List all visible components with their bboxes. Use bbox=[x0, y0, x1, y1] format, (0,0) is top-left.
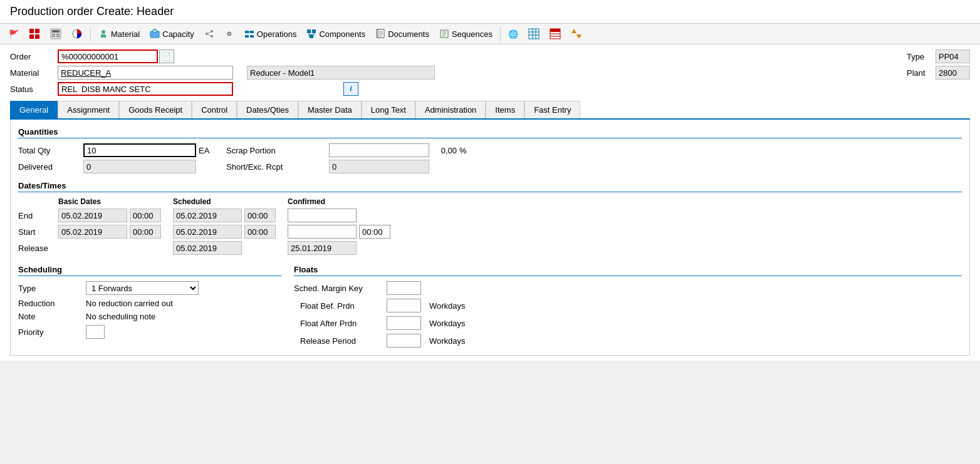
operations-btn[interactable]: Operations bbox=[241, 27, 301, 41]
plant-input[interactable] bbox=[936, 66, 970, 80]
svg-rect-21 bbox=[245, 31, 249, 33]
start-conf-time[interactable] bbox=[359, 225, 390, 239]
content-area: Quantities Total Qty EA Scrap Portion 0,… bbox=[10, 120, 970, 356]
net2-btn[interactable] bbox=[221, 27, 238, 41]
svg-rect-14 bbox=[153, 29, 157, 33]
tab-fast-entry[interactable]: Fast Entry bbox=[524, 101, 580, 118]
start-sched-date[interactable] bbox=[173, 225, 242, 239]
quantities-section-header: Quantities bbox=[18, 127, 962, 138]
scrap-pct-value: 0,00 bbox=[432, 146, 457, 155]
tab-goods-receipt[interactable]: Goods Receipt bbox=[119, 101, 192, 118]
documents-btn-label: Documents bbox=[388, 29, 429, 39]
priority-label: Priority bbox=[18, 327, 81, 337]
capacity-btn-label: Capacity bbox=[162, 29, 194, 39]
svg-point-11 bbox=[102, 30, 105, 34]
end-basic-date[interactable] bbox=[58, 209, 127, 222]
release-conf-date[interactable] bbox=[288, 241, 357, 255]
toolbar: 🚩 Material Capacity Operations Component… bbox=[0, 24, 980, 44]
svg-rect-12 bbox=[101, 34, 106, 38]
table-btn[interactable] bbox=[524, 26, 543, 41]
list-btn[interactable] bbox=[546, 26, 565, 41]
info-btn[interactable]: i bbox=[343, 82, 358, 96]
capacity-btn[interactable]: Capacity bbox=[146, 27, 198, 41]
sort-btn[interactable] bbox=[567, 26, 586, 41]
pie-btn[interactable] bbox=[68, 26, 86, 41]
material-label: Material bbox=[10, 68, 54, 78]
components-btn-label: Components bbox=[319, 29, 365, 39]
release-label: Release bbox=[18, 244, 56, 253]
svg-point-20 bbox=[227, 32, 231, 36]
unit-label: EA bbox=[199, 146, 224, 155]
tab-master-data[interactable]: Master Data bbox=[298, 101, 362, 118]
short-exc-label: Short/Exc. Rcpt bbox=[226, 162, 326, 172]
order-label: Order bbox=[10, 52, 54, 61]
scrap-portion-input[interactable] bbox=[329, 143, 429, 157]
svg-line-18 bbox=[208, 32, 211, 33]
total-qty-label: Total Qty bbox=[18, 146, 81, 155]
pct-sign: % bbox=[459, 146, 472, 155]
reduction-value: No reduction carried out bbox=[86, 299, 281, 308]
svg-rect-24 bbox=[250, 35, 254, 38]
release-period-input[interactable] bbox=[387, 334, 421, 348]
tabs-container: General Assignment Goods Receipt Control… bbox=[10, 101, 970, 120]
start-basic-date[interactable] bbox=[58, 225, 127, 239]
type-input[interactable] bbox=[936, 49, 970, 63]
end-label: End bbox=[18, 211, 56, 220]
delivered-input[interactable] bbox=[83, 160, 196, 173]
sequences-btn-label: Sequences bbox=[452, 29, 493, 39]
tab-dates-qties[interactable]: Dates/Qties bbox=[237, 101, 298, 118]
start-sched-time[interactable] bbox=[244, 225, 276, 239]
calc-btn[interactable] bbox=[46, 26, 65, 41]
svg-point-15 bbox=[206, 33, 208, 35]
tab-control[interactable]: Control bbox=[192, 101, 237, 118]
tab-general[interactable]: General bbox=[10, 101, 58, 118]
release-sched-date[interactable] bbox=[173, 241, 242, 255]
priority-input[interactable] bbox=[86, 325, 105, 339]
start-basic-time[interactable] bbox=[130, 225, 161, 239]
quantities-grid: Total Qty EA Scrap Portion 0,00 % Delive… bbox=[18, 143, 962, 173]
sched-type-select[interactable]: 1 Forwards bbox=[86, 281, 199, 295]
order-input[interactable] bbox=[58, 49, 158, 63]
tab-assignment[interactable]: Assignment bbox=[58, 101, 119, 118]
release-period-label: Release Period bbox=[294, 336, 382, 346]
sched-margin-label: Sched. Margin Key bbox=[294, 284, 382, 293]
tab-long-text[interactable]: Long Text bbox=[362, 101, 415, 118]
end-conf-date[interactable] bbox=[288, 209, 357, 222]
svg-rect-0 bbox=[29, 29, 34, 33]
tab-items[interactable]: Items bbox=[486, 101, 524, 118]
end-basic-time[interactable] bbox=[130, 209, 161, 222]
sequences-btn[interactable]: Sequences bbox=[435, 27, 496, 41]
floats-section: Floats Sched. Margin Key Float Bef. Prdn… bbox=[294, 262, 962, 348]
status-input[interactable] bbox=[58, 82, 233, 96]
dates-grid: Basic Dates Scheduled Confirmed End Star… bbox=[18, 197, 962, 255]
start-label: Start bbox=[18, 227, 56, 237]
float-bef-input[interactable] bbox=[387, 299, 421, 312]
components-btn[interactable]: Components bbox=[303, 27, 369, 41]
plant-label: Plant bbox=[907, 68, 932, 78]
svg-point-16 bbox=[211, 30, 213, 33]
sched-margin-input[interactable] bbox=[387, 281, 421, 295]
grid-btn[interactable] bbox=[25, 26, 44, 41]
material-btn[interactable]: Material bbox=[95, 27, 143, 41]
svg-rect-5 bbox=[52, 30, 60, 33]
reduction-label: Reduction bbox=[18, 299, 81, 308]
material-input[interactable] bbox=[58, 66, 233, 80]
svg-rect-27 bbox=[312, 29, 316, 33]
floats-header: Floats bbox=[294, 265, 962, 276]
file-browse-btn[interactable]: 📄 bbox=[159, 49, 174, 63]
total-qty-input[interactable] bbox=[83, 143, 196, 157]
net1-btn[interactable] bbox=[201, 27, 218, 41]
end-sched-time[interactable] bbox=[244, 209, 276, 222]
svg-rect-22 bbox=[250, 31, 254, 33]
operations-btn-label: Operations bbox=[257, 29, 297, 39]
short-exc-input[interactable] bbox=[329, 160, 429, 173]
float-after-input[interactable] bbox=[387, 316, 421, 330]
end-sched-date[interactable] bbox=[173, 209, 242, 222]
documents-btn[interactable]: Documents bbox=[372, 27, 433, 41]
tab-administration[interactable]: Administration bbox=[415, 101, 486, 118]
globe-btn[interactable]: 🌐 bbox=[504, 28, 522, 41]
flag-btn[interactable]: 🚩 bbox=[5, 28, 23, 41]
title-bar: Production order Create: Header bbox=[0, 0, 980, 24]
bottom-sections: Scheduling Type 1 Forwards Reduction No … bbox=[18, 262, 962, 348]
start-conf-date[interactable] bbox=[288, 225, 357, 239]
